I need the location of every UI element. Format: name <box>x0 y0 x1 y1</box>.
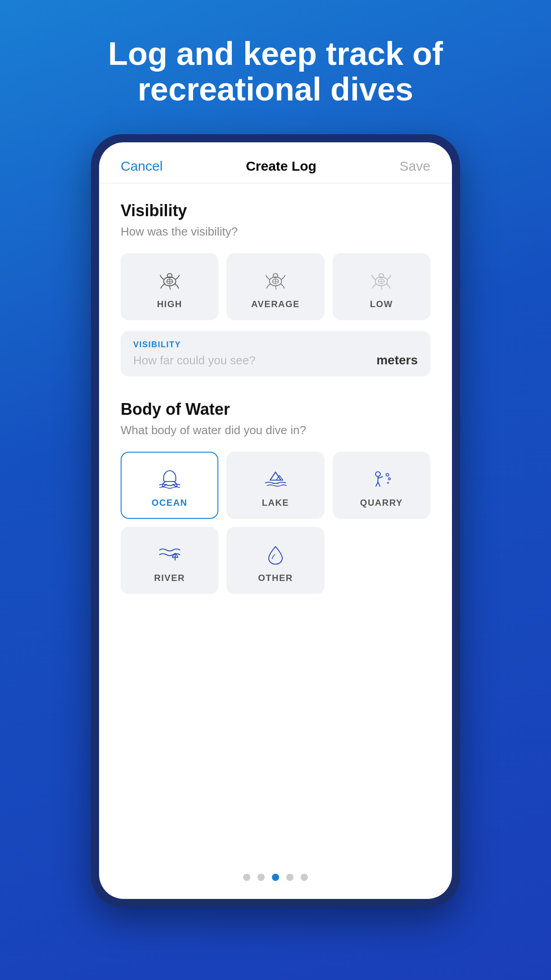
visibility-option-average[interactable]: AVERAGE <box>226 253 324 320</box>
water-options-row1: OCEAN <box>121 452 430 519</box>
water-lake-label: LAKE <box>262 498 289 508</box>
quarry-icon <box>366 465 397 492</box>
turtle-high-icon <box>154 267 185 294</box>
hero-title: Log and keep track of recreational dives <box>0 0 551 134</box>
other-icon <box>260 540 291 567</box>
water-option-river[interactable]: RIVER <box>121 527 218 594</box>
pagination-dot-5[interactable] <box>301 874 308 881</box>
water-subtitle: What body of water did you dive in? <box>121 423 430 437</box>
visibility-unit: meters <box>376 353 418 368</box>
visibility-option-high[interactable]: HIGH <box>121 253 218 320</box>
visibility-input-label: VISIBILITY <box>133 340 418 349</box>
water-ocean-label: OCEAN <box>152 498 188 508</box>
water-option-ocean[interactable]: OCEAN <box>121 452 218 519</box>
svg-point-21 <box>388 482 389 484</box>
visibility-subtitle: How was the visibility? <box>121 225 430 239</box>
water-section: Body of Water What body of water did you… <box>121 400 430 594</box>
visibility-average-label: AVERAGE <box>251 299 300 309</box>
pagination-dot-1[interactable] <box>243 874 250 881</box>
visibility-low-label: LOW <box>370 299 393 309</box>
visibility-title: Visibility <box>121 201 430 220</box>
water-option-quarry[interactable]: QUARRY <box>333 452 430 519</box>
water-option-other[interactable]: OTHER <box>226 527 324 594</box>
pagination-dot-4[interactable] <box>286 874 294 881</box>
nav-bar: Cancel Create Log Save <box>99 142 452 183</box>
visibility-option-low[interactable]: LOW <box>333 253 430 320</box>
visibility-input-row: How far could you see? meters <box>133 353 418 368</box>
pagination-dot-3[interactable] <box>272 874 279 881</box>
lake-icon <box>260 465 291 492</box>
content-area: Visibility How was the visibility? <box>99 183 452 858</box>
visibility-section: Visibility How was the visibility? <box>121 201 430 377</box>
page-title: Create Log <box>246 159 316 174</box>
save-button[interactable]: Save <box>400 159 430 174</box>
visibility-options-grid: HIGH <box>121 253 430 320</box>
phone-screen: Cancel Create Log Save Visibility How wa… <box>99 142 452 899</box>
svg-point-20 <box>388 478 391 480</box>
turtle-low-icon <box>366 267 397 294</box>
turtle-average-icon <box>260 267 291 294</box>
water-option-lake[interactable]: LAKE <box>226 452 324 519</box>
phone-device: Cancel Create Log Save Visibility How wa… <box>91 134 460 907</box>
water-river-label: RIVER <box>154 573 185 583</box>
visibility-input-placeholder: How far could you see? <box>133 354 256 368</box>
ocean-icon <box>154 465 185 492</box>
river-icon <box>154 540 185 567</box>
visibility-high-label: HIGH <box>157 299 182 309</box>
svg-point-19 <box>386 473 389 476</box>
visibility-input-box[interactable]: VISIBILITY How far could you see? meters <box>121 331 430 377</box>
water-options-row2: RIVER OTHER <box>121 527 430 594</box>
pagination-dot-2[interactable] <box>257 874 265 881</box>
svg-point-18 <box>376 472 381 476</box>
pagination <box>99 858 452 899</box>
water-other-label: OTHER <box>258 573 293 583</box>
cancel-button[interactable]: Cancel <box>121 159 163 174</box>
water-quarry-label: QUARRY <box>360 498 403 508</box>
water-title: Body of Water <box>121 400 430 419</box>
